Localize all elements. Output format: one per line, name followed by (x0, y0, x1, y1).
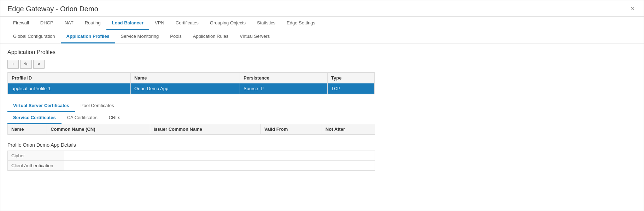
second-nav-item-pools[interactable]: Pools (164, 30, 187, 43)
top-nav-item-firewall[interactable]: Firewall (7, 17, 35, 30)
sub-cert-tabs-row: Service Certificates CA Certificates CRL… (7, 112, 375, 124)
header: Edge Gateway - Orion Demo × (0, 0, 644, 17)
add-button[interactable]: + (7, 60, 19, 69)
top-nav-item-nat[interactable]: NAT (59, 17, 79, 30)
details-value-client-auth (64, 161, 375, 171)
second-nav-item-app-rules[interactable]: Application Rules (187, 30, 234, 43)
sub-cert-tab-crls[interactable]: CRLs (103, 112, 126, 124)
top-nav-item-load-balancer[interactable]: Load Balancer (106, 17, 150, 30)
top-nav-item-vpn[interactable]: VPN (149, 17, 170, 30)
col-header-profile-id: Profile ID (8, 73, 131, 83)
col-header-name: Name (131, 73, 240, 83)
sub-cert-tab-service[interactable]: Service Certificates (7, 112, 62, 124)
cert-col-issuer: Issuer Common Name (150, 124, 260, 135)
details-label-client-auth: Client Authentication (8, 161, 64, 171)
profile-table-wrap: Profile ID Name Persistence Type applica… (7, 72, 375, 94)
cell-profile-id: applicationProfile-1 (8, 83, 131, 94)
second-nav: Global Configuration Application Profile… (0, 30, 644, 43)
cert-tabs-row: Virtual Server Certificates Pool Certifi… (7, 100, 375, 112)
cert-col-name: Name (8, 124, 47, 135)
cell-persistence: Source IP (240, 83, 328, 94)
profile-table: Profile ID Name Persistence Type applica… (8, 72, 375, 94)
cert-tab-pool[interactable]: Pool Certificates (75, 100, 120, 112)
top-nav-item-grouping-objects[interactable]: Grouping Objects (204, 17, 251, 30)
section-title: Application Profiles (7, 49, 637, 55)
top-nav: Firewall DHCP NAT Routing Load Balancer … (0, 17, 644, 30)
page-title: Edge Gateway - Orion Demo (7, 5, 98, 13)
details-row-cipher: Cipher (8, 151, 375, 161)
cell-type: TCP (328, 83, 375, 94)
details-table: Cipher Client Authentication (7, 151, 375, 171)
cert-table-wrap: Name Common Name (CN) Issuer Common Name… (7, 124, 375, 135)
top-nav-item-routing[interactable]: Routing (79, 17, 106, 30)
details-label-cipher: Cipher (8, 151, 64, 161)
profile-details-section: Profile Orion Demo App Details Cipher Cl… (7, 142, 375, 171)
top-nav-item-certificates[interactable]: Certificates (170, 17, 204, 30)
cert-table: Name Common Name (CN) Issuer Common Name… (8, 124, 375, 135)
delete-button[interactable]: × (33, 60, 45, 69)
toolbar: + ✎ × (7, 60, 637, 69)
details-row-client-auth: Client Authentication (8, 161, 375, 171)
second-nav-item-app-profiles[interactable]: Application Profiles (61, 30, 115, 43)
second-nav-item-service-monitoring[interactable]: Service Monitoring (115, 30, 165, 43)
cert-col-not-after: Not After (322, 124, 375, 135)
cert-col-cn: Common Name (CN) (47, 124, 150, 135)
cert-tab-virtual-server[interactable]: Virtual Server Certificates (7, 100, 75, 112)
top-nav-item-dhcp[interactable]: DHCP (35, 17, 59, 30)
close-button[interactable]: × (628, 5, 637, 13)
col-header-persistence: Persistence (240, 73, 328, 83)
cert-tabs-section: Virtual Server Certificates Pool Certifi… (7, 100, 375, 135)
main-content: Application Profiles + ✎ × Profile ID Na… (0, 43, 644, 176)
profile-details-title: Profile Orion Demo App Details (7, 142, 375, 148)
details-value-cipher (64, 151, 375, 161)
cell-name[interactable]: Orion Demo App (131, 83, 240, 94)
second-nav-item-global-config[interactable]: Global Configuration (7, 30, 61, 43)
col-header-type: Type (328, 73, 375, 83)
table-row[interactable]: applicationProfile-1 Orion Demo App Sour… (8, 83, 375, 94)
second-nav-item-virtual-servers[interactable]: Virtual Servers (234, 30, 275, 43)
sub-cert-tab-ca[interactable]: CA Certificates (62, 112, 103, 124)
cert-col-valid-from: Valid From (260, 124, 322, 135)
top-nav-item-statistics[interactable]: Statistics (251, 17, 281, 30)
top-nav-item-edge-settings[interactable]: Edge Settings (281, 17, 321, 30)
edit-button[interactable]: ✎ (20, 60, 32, 69)
